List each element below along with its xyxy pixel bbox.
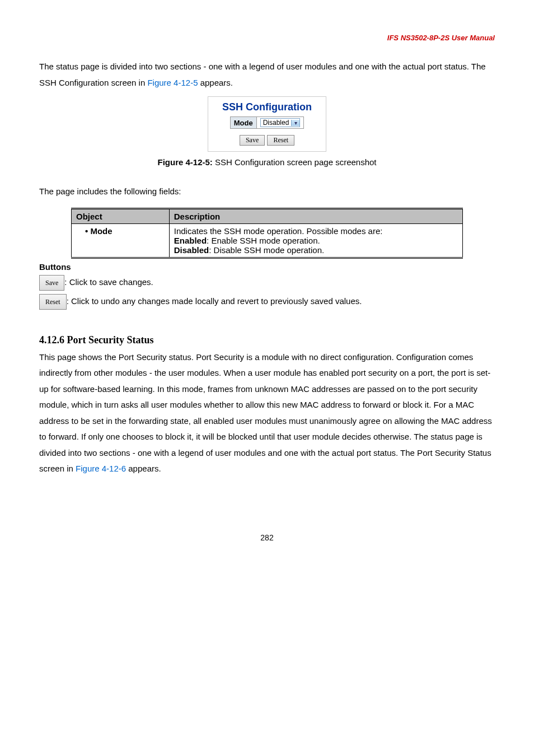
mode-dropdown[interactable]: Disabled ▾ xyxy=(260,118,301,127)
intro-text-a: The status page is divided into two sect… xyxy=(39,62,486,87)
figure-link-4-12-5: Figure 4-12-5 xyxy=(147,78,198,87)
ssh-mode-table: Mode Disabled ▾ xyxy=(230,116,305,129)
intro-paragraph: The status page is divided into two sect… xyxy=(39,59,495,91)
td-object-mode: • Mode xyxy=(71,223,169,258)
intro-text-b: appears. xyxy=(198,78,233,87)
ssh-reset-button[interactable]: Reset xyxy=(267,135,294,146)
section-body-a: This page shows the Port Security status… xyxy=(39,352,492,474)
section-body-b: appears. xyxy=(126,464,161,473)
page-number: 282 xyxy=(39,533,495,542)
mode-label-cell: Mode xyxy=(230,117,256,129)
desc-line-2: Enabled: Enable SSH mode operation. xyxy=(174,236,458,245)
caption-bold: Figure 4-12-5: xyxy=(157,157,212,167)
figure-link-4-12-6: Figure 4-12-6 xyxy=(76,464,126,473)
desc-disabled-rest: : Disable SSH mode operation. xyxy=(209,245,324,255)
mode-dropdown-value: Disabled xyxy=(261,119,292,127)
mode-value-cell: Disabled ▾ xyxy=(256,117,304,129)
td-description-mode: Indicates the SSH mode operation. Possib… xyxy=(169,223,462,258)
fields-intro: The page includes the following fields: xyxy=(39,184,495,200)
section-heading-4-12-6: 4.12.6 Port Security Status xyxy=(39,334,495,346)
save-button[interactable]: Save xyxy=(39,275,64,291)
fields-table: Object Description • Mode Indicates the … xyxy=(71,208,463,259)
th-description: Description xyxy=(169,208,462,223)
desc-enabled-bold: Enabled xyxy=(174,236,207,245)
ssh-panel-title: SSH Configuration xyxy=(208,97,326,116)
caption-rest: SSH Configuration screen page screenshot xyxy=(213,157,377,167)
ssh-save-button[interactable]: Save xyxy=(240,135,265,146)
buttons-heading: Buttons xyxy=(39,262,495,272)
desc-line-1: Indicates the SSH mode operation. Possib… xyxy=(174,226,458,236)
page-header: IFS NS3502-8P-2S User Manual xyxy=(39,34,495,42)
section-body: This page shows the Port Security status… xyxy=(39,349,495,477)
reset-button-text: : Click to undo any changes made locally… xyxy=(67,296,362,306)
reset-button[interactable]: Reset xyxy=(39,294,67,310)
figure-caption: Figure 4-12-5: SSH Configuration screen … xyxy=(39,157,495,167)
desc-disabled-bold: Disabled xyxy=(174,245,209,255)
chevron-down-icon: ▾ xyxy=(291,120,299,126)
desc-line-3: Disabled: Disable SSH mode operation. xyxy=(174,245,458,255)
save-button-text: : Click to save changes. xyxy=(64,277,153,287)
reset-button-line: Reset: Click to undo any changes made lo… xyxy=(39,293,495,310)
desc-enabled-rest: : Enable SSH mode operation. xyxy=(207,236,320,245)
object-mode-label: • Mode xyxy=(85,226,113,236)
th-object: Object xyxy=(71,208,169,223)
save-button-line: Save: Click to save changes. xyxy=(39,274,495,291)
ssh-configuration-panel: SSH Configuration Mode Disabled ▾ Save R… xyxy=(208,96,326,152)
